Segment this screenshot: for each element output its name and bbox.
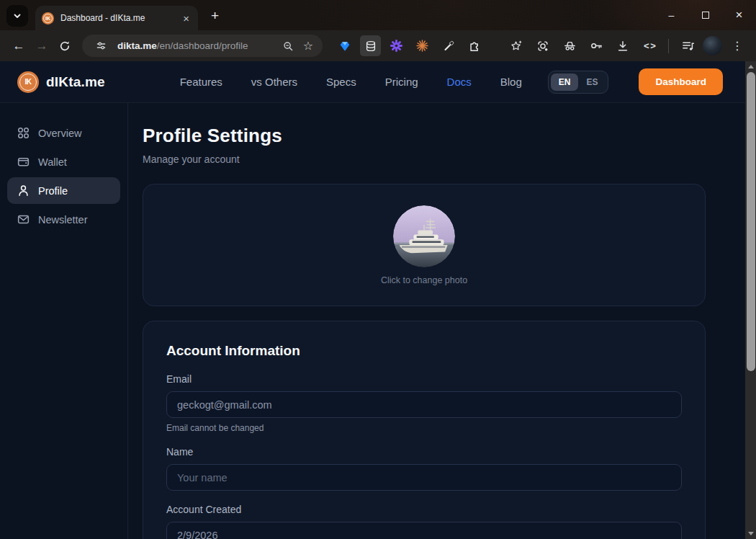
browser-window: IK Dashboard - dIKta.me × + – × ← → dikt… <box>0 0 756 61</box>
sidebar-item-label: Profile <box>38 185 68 197</box>
wallet-icon <box>17 155 30 169</box>
nav-link-specs[interactable]: Specs <box>326 76 356 88</box>
account-created-label: Account Created <box>166 504 682 515</box>
site-settings-icon[interactable] <box>91 36 111 56</box>
lens-icon <box>536 40 549 53</box>
account-info-title: Account Information <box>166 343 682 359</box>
profile-avatar[interactable] <box>393 205 455 267</box>
chevron-down-icon <box>12 11 22 21</box>
maximize-button[interactable] <box>688 0 722 30</box>
photo-card: Click to change photo <box>143 184 706 306</box>
tab-title: Dashboard - dIKta.me <box>60 13 181 23</box>
language-toggle: EN ES <box>548 71 609 94</box>
dashboard-button[interactable]: Dashboard <box>639 68 723 95</box>
browser-profile-avatar[interactable] <box>703 36 722 55</box>
nav-link-docs[interactable]: Docs <box>447 76 472 88</box>
bookmark-sparkle-button[interactable] <box>505 35 528 58</box>
extensions-puzzle-icon[interactable] <box>464 35 485 56</box>
account-created-field[interactable] <box>166 522 682 539</box>
playlist-music-icon <box>681 39 695 53</box>
tab-close-icon[interactable]: × <box>181 12 192 24</box>
incognito-icon <box>563 39 577 53</box>
site-header: IK dIKta.me Features vs Others Specs Pri… <box>0 61 756 103</box>
maximize-icon <box>702 12 709 19</box>
browser-toolbar: ← → dikta.me/en/dashboard/profile ☆ <box>0 30 756 61</box>
window-controls: – × <box>654 0 756 30</box>
yacht-photo <box>393 205 455 267</box>
site-favicon-icon: IK <box>42 12 54 24</box>
close-window-button[interactable]: × <box>722 0 756 30</box>
page-subtitle: Manage your account <box>143 153 706 165</box>
sidebar-item-label: Wallet <box>38 156 67 168</box>
minimize-button[interactable]: – <box>654 0 688 30</box>
browser-menu-button[interactable]: ⋮ <box>726 35 749 58</box>
tab-search-button[interactable] <box>6 5 28 27</box>
downloads-button[interactable] <box>611 35 634 58</box>
grid-icon <box>17 126 30 140</box>
main-content: Profile Settings Manage your account <box>128 103 756 539</box>
devtools-button[interactable]: < > <box>638 35 661 58</box>
gear-extension-icon[interactable] <box>386 35 407 56</box>
starburst-extension-icon[interactable] <box>412 35 433 56</box>
sidebar-item-overview[interactable]: Overview <box>7 120 120 146</box>
sidebar-item-wallet[interactable]: Wallet <box>7 148 120 175</box>
page-title: Profile Settings <box>143 125 706 147</box>
sidebar-item-newsletter[interactable]: Newsletter <box>7 206 120 233</box>
reload-button[interactable] <box>53 35 76 58</box>
site-body: Overview Wallet Profile Newsletter <box>0 103 756 539</box>
sidebar-item-profile[interactable]: Profile <box>7 177 120 204</box>
name-field[interactable] <box>166 464 682 491</box>
browser-tab[interactable]: IK Dashboard - dIKta.me × <box>35 6 198 30</box>
site-nav: Features vs Others Specs Pricing Docs Bl… <box>180 76 522 88</box>
reload-icon <box>59 40 71 52</box>
key-icon <box>590 39 603 53</box>
database-extension-icon[interactable] <box>360 35 381 56</box>
forward-button[interactable]: → <box>30 35 53 58</box>
url-domain: dikta.me <box>117 40 157 51</box>
zoom-icon[interactable] <box>278 36 298 56</box>
account-info-card: Account Information Email Email cannot b… <box>143 321 706 539</box>
page-scrollbar <box>745 61 756 539</box>
sidebar-item-label: Newsletter <box>38 214 88 226</box>
nav-link-pricing[interactable]: Pricing <box>385 76 418 88</box>
scrollbar-thumb[interactable] <box>747 72 755 371</box>
password-manager-button[interactable] <box>585 35 608 58</box>
brand-logo-icon[interactable]: IK <box>17 71 39 93</box>
sidebar-item-label: Overview <box>38 128 81 139</box>
lang-option-en[interactable]: EN <box>551 74 579 91</box>
new-tab-button[interactable]: + <box>207 7 223 24</box>
tab-strip: IK Dashboard - dIKta.me × + – × <box>0 0 756 30</box>
eyedropper-extension-icon[interactable] <box>438 35 459 56</box>
change-photo-caption: Click to change photo <box>381 275 467 285</box>
lang-option-es[interactable]: ES <box>578 74 606 91</box>
bookmark-star-icon[interactable]: ☆ <box>298 36 318 56</box>
scrollbar-up-arrow[interactable] <box>745 61 756 72</box>
envelope-icon <box>17 213 30 226</box>
name-label: Name <box>166 446 682 458</box>
address-bar[interactable]: dikta.me/en/dashboard/profile ☆ <box>82 35 323 57</box>
person-icon <box>17 184 30 197</box>
media-queue-button[interactable] <box>676 35 699 58</box>
nav-link-vs-others[interactable]: vs Others <box>251 76 297 88</box>
url-path: /en/dashboard/profile <box>157 40 248 51</box>
email-label: Email <box>166 373 682 385</box>
gem-extension-icon[interactable] <box>334 35 355 56</box>
download-icon <box>616 40 629 53</box>
scrollbar-down-arrow[interactable] <box>745 528 756 539</box>
email-note: Email cannot be changed <box>166 423 682 433</box>
lens-search-button[interactable] <box>531 35 554 58</box>
toolbar-divider <box>668 39 669 53</box>
email-field[interactable] <box>166 391 682 418</box>
extensions-group <box>334 35 485 56</box>
site-page: IK dIKta.me Features vs Others Specs Pri… <box>0 61 756 539</box>
brand-name: dIKta.me <box>46 74 105 90</box>
sidebar: Overview Wallet Profile Newsletter <box>0 103 128 539</box>
nav-link-blog[interactable]: Blog <box>500 76 522 88</box>
toolbar-right-group: < > ⋮ <box>505 35 749 58</box>
incognito-button[interactable] <box>558 35 581 58</box>
star-sparkle-icon <box>510 40 523 53</box>
back-button[interactable]: ← <box>7 35 30 58</box>
nav-link-features[interactable]: Features <box>180 76 222 88</box>
url-text[interactable]: dikta.me/en/dashboard/profile <box>117 40 278 51</box>
